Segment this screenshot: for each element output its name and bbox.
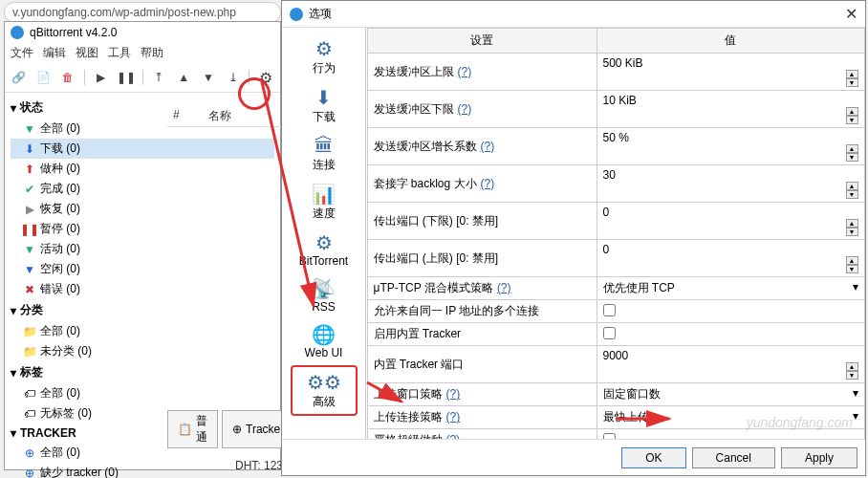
status-paused[interactable]: ❚❚暂停 (0) (11, 219, 274, 239)
spinner-input[interactable] (603, 131, 858, 144)
spinner-buttons[interactable]: ▲▼ (846, 256, 858, 273)
speed-icon: 📊 (312, 183, 336, 206)
menu-tools[interactable]: 工具 (108, 45, 131, 61)
spinner-buttons[interactable]: ▲▼ (846, 144, 858, 162)
col-index[interactable]: # (173, 108, 180, 124)
spinner-input[interactable] (603, 243, 858, 256)
setting-value[interactable] (597, 429, 864, 440)
tab-general[interactable]: 📋普通 (167, 410, 218, 448)
menu-view[interactable]: 视图 (76, 45, 98, 61)
th-value: 值 (597, 29, 864, 54)
help-link[interactable]: (?) (446, 387, 461, 401)
opt-cat-connection[interactable]: 🏛连接 (291, 131, 358, 177)
spinner-input[interactable] (603, 206, 858, 219)
help-link[interactable]: (?) (481, 140, 495, 153)
setting-value[interactable]: ▲▼ (597, 91, 864, 128)
spinner-input[interactable] (603, 56, 858, 70)
down-icon[interactable]: ▼ (200, 69, 217, 86)
bottom-icon[interactable]: ⤓ (225, 69, 242, 86)
ok-button[interactable]: OK (621, 447, 685, 468)
add-link-icon[interactable]: 🔗 (11, 69, 28, 86)
opt-cat-download[interactable]: ⬇下载 (291, 82, 358, 129)
delete-icon[interactable]: 🗑 (59, 69, 76, 86)
globe-icon: 🌐 (312, 323, 336, 346)
setting-label: μTP-TCP 混合模式策略(?) (367, 277, 597, 300)
spinner-buttons[interactable]: ▲▼ (846, 107, 858, 124)
setting-value[interactable] (597, 323, 864, 346)
pause-icon[interactable]: ❚❚ (118, 69, 135, 86)
opt-cat-rss[interactable]: 📡RSS (291, 273, 358, 317)
tags-header[interactable]: ▾标签 (11, 361, 274, 383)
checkbox-input[interactable] (603, 304, 616, 316)
tags-all[interactable]: 🏷全部 (0) (11, 383, 274, 403)
setting-value[interactable]: ▲▼ (597, 128, 864, 165)
setting-row: 允许来自同一 IP 地址的多个连接 (367, 300, 864, 323)
top-icon[interactable]: ⤒ (151, 69, 168, 86)
category-all[interactable]: 📁全部 (0) (11, 321, 274, 341)
chevron-down-icon: ▾ (853, 409, 858, 423)
status-idle[interactable]: ▼空闲 (0) (11, 259, 274, 279)
up-icon[interactable]: ▲ (175, 69, 192, 86)
status-seeding[interactable]: ⬆做种 (0) (11, 159, 274, 179)
setting-label: 内置 Tracker 端口 (367, 346, 597, 383)
checkbox-input[interactable] (603, 327, 616, 339)
spinner-input[interactable] (603, 168, 858, 182)
app-icon (11, 26, 24, 39)
menu-file[interactable]: 文件 (11, 45, 33, 61)
setting-value[interactable] (597, 300, 864, 323)
col-name[interactable]: 名称 (208, 108, 231, 124)
setting-row: 发送缓冲区上限(?)▲▼ (367, 54, 864, 91)
setting-label: 启用内置 Tracker (367, 323, 597, 346)
help-link[interactable]: (?) (458, 65, 472, 78)
setting-value[interactable]: ▲▼ (597, 240, 864, 277)
status-error[interactable]: ✖错误 (0) (11, 279, 274, 299)
play-icon[interactable]: ▶ (93, 69, 110, 86)
menu-help[interactable]: 帮助 (141, 45, 163, 61)
status-downloading[interactable]: ⬇下载 (0) (11, 139, 274, 159)
options-icon (290, 8, 303, 21)
setting-value[interactable]: ▲▼ (597, 54, 864, 91)
setting-row: 发送缓冲区增长系数(?)▲▼ (367, 128, 864, 165)
setting-label: 发送缓冲区下限(?) (367, 91, 597, 128)
connection-icon: 🏛 (315, 135, 334, 157)
opt-cat-speed[interactable]: 📊速度 (291, 179, 358, 226)
category-header[interactable]: ▾分类 (11, 299, 274, 321)
url-bar[interactable]: v.yundongfang.com/wp-admin/post-new.php (4, 2, 281, 23)
menu-bar: 文件 编辑 视图 工具 帮助 (5, 43, 280, 63)
settings-icon[interactable]: ⚙ (257, 69, 274, 86)
help-link[interactable]: (?) (497, 281, 511, 294)
cancel-button[interactable]: Cancel (692, 447, 775, 468)
spinner-input[interactable] (603, 349, 858, 362)
opt-cat-behavior[interactable]: ⚙行为 (291, 33, 358, 80)
checkbox-input[interactable] (603, 433, 616, 440)
spinner-input[interactable] (603, 94, 858, 107)
rss-icon: 📡 (312, 277, 336, 300)
opt-cat-advanced[interactable]: ⚙⚙高级 (291, 365, 358, 416)
setting-value[interactable]: ▲▼ (597, 165, 864, 203)
th-setting: 设置 (367, 29, 597, 54)
opt-cat-webui[interactable]: 🌐Web UI (291, 319, 358, 363)
setting-value[interactable]: 优先使用 TCP▾ (597, 277, 864, 300)
opt-cat-bittorrent[interactable]: ⚙BitTorrent (291, 228, 358, 272)
category-uncat[interactable]: 📁未分类 (0) (11, 341, 274, 361)
spinner-buttons[interactable]: ▲▼ (846, 182, 858, 199)
help-link[interactable]: (?) (458, 102, 472, 116)
options-footer: OK Cancel Apply (282, 439, 865, 476)
setting-value[interactable]: ▲▼ (597, 203, 864, 240)
status-active[interactable]: ▼活动 (0) (11, 239, 274, 259)
menu-edit[interactable]: 编辑 (43, 45, 66, 61)
setting-value[interactable]: ▲▼ (597, 346, 864, 383)
setting-value[interactable]: 固定窗口数▾ (597, 383, 864, 406)
spinner-buttons[interactable]: ▲▼ (846, 219, 858, 236)
add-file-icon[interactable]: 📄 (35, 69, 53, 86)
status-resumed[interactable]: ▶恢复 (0) (11, 199, 274, 219)
spinner-buttons[interactable]: ▲▼ (846, 362, 858, 380)
status-completed[interactable]: ✔完成 (0) (11, 179, 274, 199)
help-link[interactable]: (?) (481, 177, 495, 190)
help-link[interactable]: (?) (446, 433, 461, 439)
setting-row: 内置 Tracker 端口▲▼ (367, 346, 864, 383)
apply-button[interactable]: Apply (781, 447, 857, 468)
close-icon[interactable]: ✕ (845, 5, 857, 23)
help-link[interactable]: (?) (446, 410, 461, 424)
spinner-buttons[interactable]: ▲▼ (846, 70, 858, 87)
